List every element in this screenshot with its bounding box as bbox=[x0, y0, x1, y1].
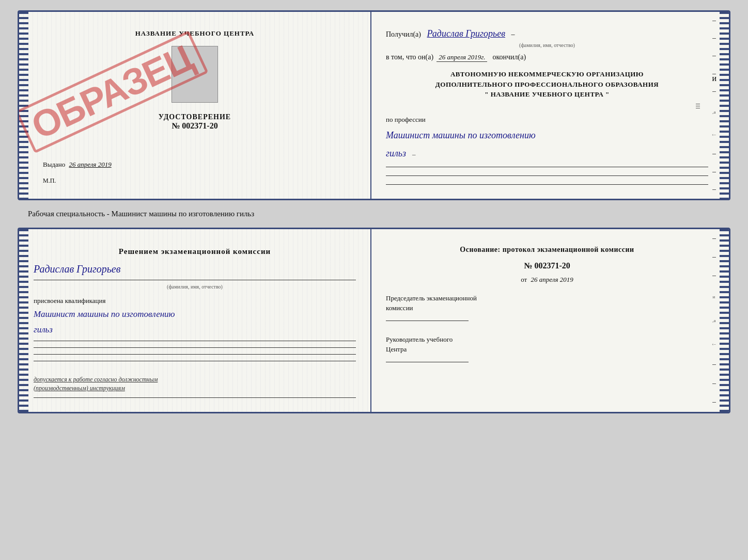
basis-title: Основание: протокол экзаменационной коми… bbox=[386, 246, 708, 254]
date-row: в том, что он(а) 26 апреля 2019г. окончи… bbox=[386, 53, 708, 62]
chairman-label: Председатель экзаменационной комиссии bbox=[386, 293, 708, 313]
underline-2 bbox=[386, 175, 708, 176]
v-dash bbox=[712, 172, 716, 172]
head-sign-line bbox=[386, 362, 469, 362]
admit-text-content: допускается к работе согласно должностны… bbox=[34, 376, 158, 392]
bottom-right-panel: Основание: протокол экзаменационной коми… bbox=[371, 229, 729, 412]
bottom-left-panel: Решением экзаменационной комиссии Радисл… bbox=[19, 229, 371, 412]
underline-1 bbox=[386, 167, 708, 167]
underline-3 bbox=[386, 184, 708, 185]
date-prefix: в том, что он(а) bbox=[386, 53, 433, 61]
v-dash bbox=[712, 364, 716, 365]
v-dash bbox=[712, 402, 716, 403]
q-underline-3 bbox=[34, 354, 356, 355]
q-underline-2 bbox=[34, 347, 356, 348]
admit-text: допускается к работе согласно должностны… bbox=[34, 375, 356, 393]
v-dash bbox=[712, 257, 716, 258]
q-underline-1 bbox=[34, 341, 356, 341]
chairman-sign-line bbox=[386, 321, 469, 321]
v-dash: и bbox=[712, 74, 716, 74]
profession-value1: Машинист машины по изготовлению bbox=[386, 129, 708, 142]
protocol-number: № 002371-20 bbox=[386, 261, 708, 270]
bottom-document-card: Решением экзаменационной комиссии Радисл… bbox=[18, 228, 730, 413]
from-date-prefix: от bbox=[521, 276, 527, 283]
mp-label: М.П. bbox=[34, 177, 56, 185]
v-label-k2: ‹– bbox=[712, 341, 716, 346]
org-line2: ДОПОЛНИТЕЛЬНОГО ПРОФЕССИОНАЛЬНОГО ОБРАЗО… bbox=[386, 79, 708, 90]
top-left-panel: НАЗВАНИЕ УЧЕБНОГО ЦЕНТРА ОБРАЗЕЦ УДОСТОВ… bbox=[19, 12, 371, 199]
qualification-label: присвоена квалификация bbox=[34, 297, 356, 305]
issue-label: Выдано bbox=[43, 161, 65, 168]
dash-separator: – bbox=[511, 30, 515, 38]
side-dash bbox=[696, 108, 700, 108]
profession-label: по профессии bbox=[386, 116, 708, 124]
commission-title: Решением экзаменационной комиссии bbox=[34, 246, 356, 258]
received-row: Получил(а) Радислав Григорьев – bbox=[386, 28, 708, 39]
sign-underline bbox=[34, 280, 356, 280]
org-block: АВТОНОМНУЮ НЕКОММЕРЧЕСКУЮ ОРГАНИЗАЦИЮ ДО… bbox=[386, 69, 708, 100]
qualification-value1: Машинист машины по изготовлению bbox=[34, 308, 356, 321]
date-suffix: окончил(а) bbox=[492, 53, 526, 61]
caption-text: Рабочая специальность - Машинист машины … bbox=[28, 210, 254, 218]
v-dash bbox=[712, 189, 716, 190]
sign-name: Радислав Григорьев bbox=[34, 263, 356, 275]
sign-sub: (фамилия, имя, отчество) bbox=[34, 284, 356, 290]
from-date-value: 26 апреля 2019 bbox=[531, 276, 573, 283]
v-dash bbox=[712, 56, 716, 56]
received-label: Получил(а) bbox=[386, 30, 421, 38]
side-dash bbox=[696, 106, 700, 106]
side-dash bbox=[696, 104, 700, 104]
v-dash bbox=[712, 38, 716, 39]
issue-date-row: Выдано 26 апреля 2019 bbox=[34, 161, 112, 169]
v-label-i: и bbox=[713, 294, 715, 299]
date-value: 26 апреля 2019г. bbox=[437, 53, 487, 62]
v-dash bbox=[712, 238, 716, 239]
v-dash bbox=[712, 383, 716, 384]
top-document-card: НАЗВАНИЕ УЧЕБНОГО ЦЕНТРА ОБРАЗЕЦ УДОСТОВ… bbox=[18, 10, 730, 200]
name-sublabel: (фамилия, имя, отчество) bbox=[386, 42, 708, 48]
received-name: Радислав Григорьев bbox=[427, 28, 505, 39]
admit-underline bbox=[34, 397, 356, 398]
v-label-k: ‹– bbox=[712, 132, 716, 137]
v-dash bbox=[712, 276, 716, 276]
stamp-overlay: ОБРАЗЕЦ bbox=[45, 40, 179, 143]
issue-date: 26 апреля 2019 bbox=[69, 161, 112, 168]
org-line3: " НАЗВАНИЕ УЧЕБНОГО ЦЕНТРА " bbox=[386, 89, 708, 100]
from-date-row: от 26 апреля 2019 bbox=[386, 276, 708, 284]
v-label-a2: ‚а bbox=[712, 318, 716, 323]
q-underline-4 bbox=[34, 361, 356, 361]
head-label: Руководитель учебного Центра bbox=[386, 334, 708, 355]
v-dash bbox=[712, 21, 716, 21]
v-label-a: ‚а bbox=[712, 109, 716, 115]
v-dash bbox=[712, 91, 716, 92]
cert-title: НАЗВАНИЕ УЧЕБНОГО ЦЕНТРА bbox=[135, 29, 255, 38]
profession-value2: гильз bbox=[386, 147, 406, 160]
qualification-value2: гильз bbox=[34, 324, 356, 336]
v-dash bbox=[712, 154, 716, 154]
org-line1: АВТОНОМНУЮ НЕКОММЕРЧЕСКУЮ ОРГАНИЗАЦИЮ bbox=[386, 69, 708, 79]
top-right-panel: Получил(а) Радислав Григорьев – (фамилия… bbox=[371, 12, 729, 199]
